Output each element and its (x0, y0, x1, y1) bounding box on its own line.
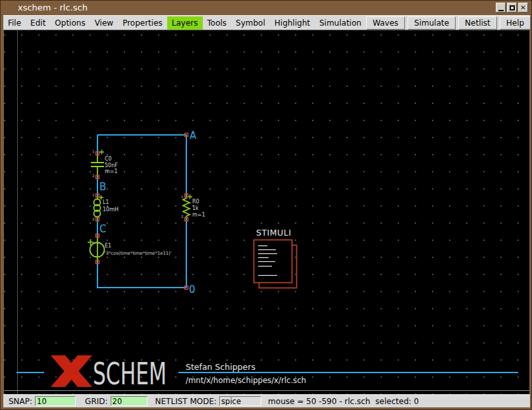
maximize-button[interactable] (507, 3, 517, 13)
capacitor-name: C0 (105, 156, 112, 162)
capacitor-C0[interactable]: C0 50nF m=1 1 2 (91, 149, 118, 178)
statusbar: SNAP: GRID: NETLIST MODE: mouse = 50 -59… (3, 394, 530, 407)
inductor-symbol (94, 195, 101, 219)
grid-input[interactable] (111, 396, 147, 406)
resistor-mult: m=1 (192, 212, 205, 218)
inductor-value: 10mH (103, 207, 119, 213)
waves-button[interactable]: Waves (366, 16, 405, 30)
author-text: Stefan Schippers (186, 362, 255, 372)
vsource-value: '3*cos(time*time*time*1e11)' (105, 251, 172, 256)
inductor-pin1-number: 1 (92, 193, 94, 197)
grid-label: GRID: (85, 397, 107, 406)
simulate-button[interactable]: Simulate (408, 16, 456, 30)
menu-item-edit[interactable]: Edit (26, 16, 50, 30)
menu-item-view[interactable]: View (90, 16, 118, 30)
menu-item-properties[interactable]: Properties (118, 16, 167, 30)
resistor-pin2-number: 2 (181, 215, 183, 218)
stimuli-launcher[interactable]: STIMULI (254, 228, 297, 288)
vsource-symbol (90, 236, 105, 262)
xschem-logo-x-icon (51, 355, 92, 387)
inductor-pin2-number: 2 (92, 217, 94, 221)
vsource-name: E1 (105, 243, 111, 249)
menu-item-tools[interactable]: Tools (203, 16, 232, 30)
plus-polarity-icon (99, 150, 104, 155)
xschem-logo-text: SCHEM (93, 356, 167, 392)
resistor-name: R0 (192, 199, 200, 205)
capacitor-pin2-number: 2 (92, 174, 94, 178)
capacitor-mult: m=1 (105, 168, 118, 174)
inductor-name: L1 (103, 199, 109, 205)
vsource-E1[interactable]: E1 '3*cos(time*time*time*1e11)' (88, 236, 172, 262)
titlebar: xschem - rlc.sch ✕ (1, 1, 531, 15)
help-button[interactable]: Help (500, 16, 531, 30)
netlist-mode-label: NETLIST MODE: (155, 397, 217, 406)
snap-input[interactable] (35, 396, 76, 406)
resistor-value: 1k (192, 205, 199, 211)
menubar: File Edit Options View Properties Layers… (3, 15, 530, 30)
window-controls: ✕ (496, 3, 528, 13)
xschem-window: xschem - rlc.sch ✕ File Edit Options Vie… (0, 0, 532, 410)
maximize-icon (510, 5, 515, 11)
capacitor-pin1-number: 1 (92, 149, 94, 153)
menu-item-layers[interactable]: Layers (167, 16, 203, 30)
minimize-button[interactable] (496, 3, 506, 13)
node-label-0[interactable]: 0 (189, 284, 196, 295)
close-button[interactable]: ✕ (518, 3, 528, 13)
resistor-symbol (183, 195, 190, 219)
schematic-canvas[interactable]: A B C 0 C0 50nF m=1 1 2 (4, 30, 529, 394)
snap-label: SNAP: (9, 397, 32, 406)
file-path-text: /mnt/x/home/schippes/x/rlc.sch (186, 375, 306, 385)
menu-item-symbol[interactable]: Symbol (231, 16, 270, 30)
menu-item-simulation[interactable]: Simulation (315, 16, 366, 30)
menu-item-options[interactable]: Options (50, 16, 90, 30)
resistor-pin1-number: 1 (181, 195, 183, 199)
mouse-status-text: mouse = 50 -590 - rlc.sch selected: 0 (268, 397, 419, 406)
node-label-A[interactable]: A (190, 130, 197, 141)
node-label-B[interactable]: B (99, 181, 106, 193)
resistor-R0[interactable]: R0 1k m=1 1 2 (181, 195, 205, 220)
node-label-C[interactable]: C (99, 223, 106, 235)
close-icon: ✕ (520, 5, 525, 11)
window-title: xschem - rlc.sch (18, 3, 88, 13)
title-block: SCHEM Stefan Schippers /mnt/x/home/schip… (16, 355, 518, 392)
menu-item-highlight[interactable]: Highlight (270, 16, 315, 30)
stimuli-label: STIMULI (256, 228, 291, 238)
capacitor-value: 50nF (105, 163, 118, 168)
menu-item-file[interactable]: File (3, 16, 26, 30)
minimize-icon (498, 10, 504, 11)
schematic-drawing[interactable]: A B C 0 C0 50nF m=1 1 2 (4, 30, 529, 394)
netlist-mode-input[interactable] (219, 396, 261, 406)
netlist-button[interactable]: Netlist (458, 16, 497, 30)
